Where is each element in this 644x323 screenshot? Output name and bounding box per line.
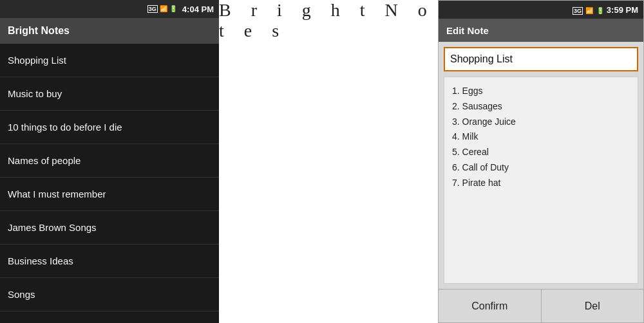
note-item-label: Business Ideas xyxy=(8,255,73,266)
right-status-bar: 3G 📶 🔋 3:59 PM xyxy=(439,1,643,19)
left-app-title: Bright Notes xyxy=(8,25,70,37)
right-status-icons: 3G 📶 🔋 xyxy=(573,4,604,15)
note-item[interactable]: Names of people xyxy=(0,144,219,178)
left-signal-icon: 📶 xyxy=(160,5,167,12)
note-item[interactable]: James Brown Songs xyxy=(0,211,219,245)
note-item-label: James Brown Songs xyxy=(8,222,97,233)
left-battery-icon: 🔋 xyxy=(169,5,177,12)
content-line: 3. Orange Juice xyxy=(452,115,630,130)
left-network-icon: 3G xyxy=(147,5,158,14)
note-item-label: What I must remember xyxy=(8,189,106,199)
note-item[interactable]: Songs xyxy=(0,278,219,311)
right-network-icon: 3G xyxy=(573,7,583,15)
brand-text: B r i g h t N o t e s xyxy=(219,0,438,41)
note-content-area[interactable]: 1. Eggs2. Sausages3. Orange Juice4. Milk… xyxy=(444,77,638,284)
note-item[interactable]: Note to self xyxy=(0,311,219,323)
note-item[interactable]: Shopping List xyxy=(0,44,219,77)
content-line: 2. Sausages xyxy=(452,99,630,115)
right-battery-icon: 🔋 xyxy=(596,7,604,14)
left-status-bar: 3G 📶 🔋 4:04 PM xyxy=(0,0,219,18)
note-item[interactable]: What I must remember xyxy=(0,178,219,211)
left-app-header: Bright Notes xyxy=(0,18,219,44)
content-line: 1. Eggs xyxy=(452,84,630,99)
confirm-button[interactable]: Confirm xyxy=(439,290,542,322)
note-item-label: Music to buy xyxy=(8,88,62,99)
center-area: B r i g h t N o t e s xyxy=(219,0,438,41)
content-line: 4. Milk xyxy=(452,129,630,145)
left-clock: 4:04 PM xyxy=(182,5,214,14)
bottom-buttons: Confirm Del xyxy=(439,289,643,322)
note-item-label: Names of people xyxy=(8,155,80,166)
edit-body: 1. Eggs2. Sausages3. Orange Juice4. Milk… xyxy=(439,42,643,289)
left-status-icons: 3G 📶 🔋 xyxy=(147,5,177,14)
delete-button[interactable]: Del xyxy=(542,290,644,322)
note-item[interactable]: Music to buy xyxy=(0,77,219,111)
content-line: 6. Call of Duty xyxy=(452,160,630,176)
edit-header: Edit Note xyxy=(439,19,643,42)
content-line: 5. Cereal xyxy=(452,145,630,160)
edit-header-title: Edit Note xyxy=(446,25,489,36)
note-title-input[interactable] xyxy=(444,47,638,71)
note-item[interactable]: 10 things to do before I die xyxy=(0,111,219,144)
content-line: 7. Pirate hat xyxy=(452,176,630,191)
left-phone: 3G 📶 🔋 4:04 PM Bright Notes Shopping Lis… xyxy=(0,0,219,323)
notes-list: Shopping ListMusic to buy10 things to do… xyxy=(0,44,219,323)
note-item[interactable]: Business Ideas xyxy=(0,245,219,278)
right-phone: 3G 📶 🔋 3:59 PM Edit Note 1. Eggs2. Sausa… xyxy=(438,0,644,323)
right-clock: 3:59 PM xyxy=(607,5,638,15)
note-item-label: Songs xyxy=(8,289,35,300)
note-item-label: Shopping List xyxy=(8,55,66,66)
note-item-label: 10 things to do before I die xyxy=(8,122,122,133)
right-signal-icon: 📶 xyxy=(585,7,593,14)
